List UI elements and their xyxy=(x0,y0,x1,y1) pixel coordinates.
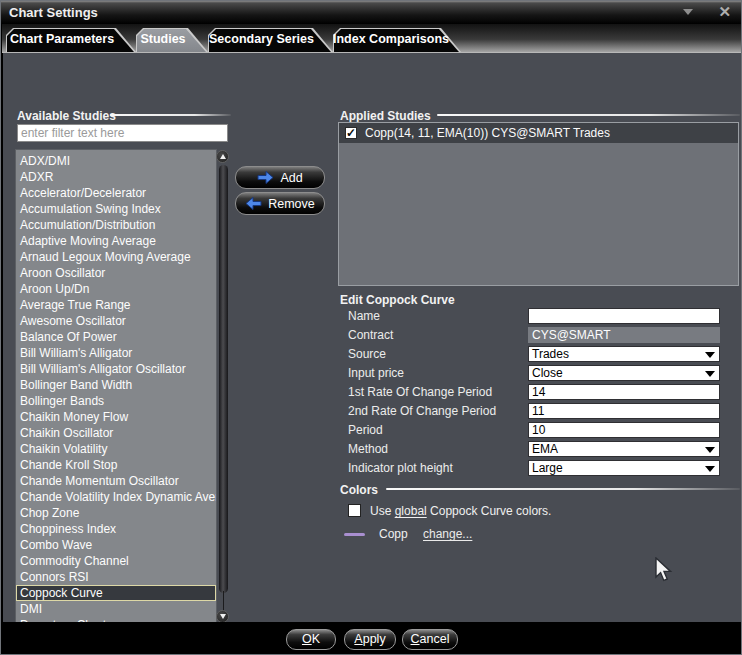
chart-settings-dialog: Chart Settings ✕ Chart ParametersStudies… xyxy=(0,0,742,655)
title-bar[interactable]: Chart Settings ✕ xyxy=(1,1,741,24)
applied-studies-header: Applied Studies xyxy=(340,109,431,123)
vertical-scrollbar-track[interactable] xyxy=(223,591,224,611)
copp-color-swatch xyxy=(344,533,365,536)
applied-studies-list[interactable]: Copp(14, 11, EMA(10)) CYS@SMART Trades xyxy=(338,122,739,286)
tab-label: Index Comparisons xyxy=(333,32,443,46)
up-arrow-icon xyxy=(220,154,226,159)
form-row: Input priceClose xyxy=(340,365,722,384)
list-item[interactable]: Chop Zone xyxy=(16,505,216,521)
list-item[interactable]: Accumulation Swing Index xyxy=(16,201,216,217)
list-item[interactable]: Connors RSI xyxy=(16,569,216,585)
list-item[interactable]: Bill William's Alligator Oscillator xyxy=(16,361,216,377)
tab-secondary-series[interactable]: Secondary Series xyxy=(208,28,333,52)
footer-bar: OKApplyCancel xyxy=(1,622,742,655)
list-item[interactable]: Chande Kroll Stop xyxy=(16,457,216,473)
tab-studies[interactable]: Studies xyxy=(136,28,208,52)
name-field[interactable] xyxy=(528,308,720,324)
list-item[interactable]: Average True Range xyxy=(16,297,216,313)
down-arrow-icon xyxy=(220,614,226,619)
list-item[interactable]: Chaikin Volatility xyxy=(16,441,216,457)
2nd-rate-of-change-period-field[interactable] xyxy=(528,403,720,419)
edit-study-header: Edit Coppock Curve xyxy=(340,293,455,307)
field-label: Name xyxy=(348,309,380,323)
copp-swatch-label: Copp xyxy=(379,527,408,541)
list-item[interactable]: Arnaud Legoux Moving Average xyxy=(16,249,216,265)
field-label: Method xyxy=(348,442,388,456)
window-title: Chart Settings xyxy=(9,5,98,20)
field-label: 1st Rate Of Change Period xyxy=(348,385,492,399)
chevron-down-icon xyxy=(705,352,715,358)
ok-button[interactable]: OK xyxy=(286,629,336,650)
list-item[interactable]: Chaikin Money Flow xyxy=(16,409,216,425)
change-color-link[interactable]: change... xyxy=(423,527,472,541)
apply-button[interactable]: Apply xyxy=(344,629,396,650)
list-item[interactable]: Adaptive Moving Average xyxy=(16,233,216,249)
available-studies-header: Available Studies xyxy=(17,109,116,123)
add-arrow-icon xyxy=(257,171,274,184)
titlebar-dropdown-icon[interactable] xyxy=(683,9,693,15)
form-row: 1st Rate Of Change Period xyxy=(340,384,722,403)
colors-header: Colors xyxy=(340,483,378,497)
list-item[interactable]: Aroon Oscillator xyxy=(16,265,216,281)
global-link[interactable]: global xyxy=(395,504,427,518)
list-item[interactable]: Chaikin Oscillator xyxy=(16,425,216,441)
field-label: Period xyxy=(348,423,383,437)
list-item[interactable]: Awesome Oscillator xyxy=(16,313,216,329)
indicator-plot-height-select[interactable]: Large xyxy=(528,460,720,476)
remove-arrow-icon xyxy=(245,197,262,210)
field-label: Input price xyxy=(348,366,404,380)
input-price-select[interactable]: Close xyxy=(528,365,720,381)
available-studies-divider xyxy=(110,114,231,116)
form-row: Name xyxy=(340,308,722,327)
list-item[interactable]: Commodity Channel xyxy=(16,553,216,569)
chevron-down-icon xyxy=(705,466,715,472)
contract-readonly-field: CYS@SMART xyxy=(528,327,720,343)
list-item[interactable]: DMI xyxy=(16,601,216,617)
applied-studies-divider xyxy=(437,114,740,116)
chevron-down-icon xyxy=(705,371,715,377)
available-studies-list[interactable]: ADX/DMIADXRAccelerator/DeceleratorAccumu… xyxy=(15,149,217,631)
form-row: Period xyxy=(340,422,722,441)
add-button-label: Add xyxy=(280,171,302,185)
tab-index-comparisons[interactable]: Index Comparisons xyxy=(333,28,461,52)
use-global-suffix: Coppock Curve colors. xyxy=(427,504,552,518)
tab-label: Studies xyxy=(136,32,190,46)
list-item[interactable]: ADXR xyxy=(16,169,216,185)
field-label: Indicator plot height xyxy=(348,461,453,475)
applied-study-label: Copp(14, 11, EMA(10)) CYS@SMART Trades xyxy=(365,126,610,140)
use-global-prefix: Use xyxy=(370,504,395,518)
list-item[interactable]: Bollinger Bands xyxy=(16,393,216,409)
filter-input[interactable] xyxy=(17,124,228,142)
list-item[interactable]: Coppock Curve xyxy=(16,585,216,601)
source-select[interactable]: Trades xyxy=(528,346,720,362)
list-item[interactable]: Chande Volatility Index Dynamic Aver xyxy=(16,489,216,505)
list-item[interactable]: Chande Momentum Oscillator xyxy=(16,473,216,489)
list-item[interactable]: Aroon Up/Dn xyxy=(16,281,216,297)
chevron-down-icon xyxy=(705,447,715,453)
studies-tab-panel: Available Studies ADX/DMIADXRAccelerator… xyxy=(3,53,741,622)
field-label: Contract xyxy=(348,328,393,342)
use-global-colors-checkbox[interactable] xyxy=(348,504,361,517)
list-item[interactable]: Balance Of Power xyxy=(16,329,216,345)
applied-study-row[interactable]: Copp(14, 11, EMA(10)) CYS@SMART Trades xyxy=(339,123,738,143)
add-button[interactable]: Add xyxy=(235,166,325,189)
field-label: 2nd Rate Of Change Period xyxy=(348,404,496,418)
applied-study-checkbox[interactable] xyxy=(345,127,357,139)
list-item[interactable]: Accelerator/Decelerator xyxy=(16,185,216,201)
close-icon[interactable]: ✕ xyxy=(718,3,731,21)
tab-chart-parameters[interactable]: Chart Parameters xyxy=(6,28,136,52)
method-select[interactable]: EMA xyxy=(528,441,720,457)
list-item[interactable]: Choppiness Index xyxy=(16,521,216,537)
list-item[interactable]: Accumulation/Distribution xyxy=(16,217,216,233)
1st-rate-of-change-period-field[interactable] xyxy=(528,384,720,400)
list-item[interactable]: Combo Wave xyxy=(16,537,216,553)
list-item[interactable]: Bill William's Alligator xyxy=(16,345,216,361)
list-item[interactable]: ADX/DMI xyxy=(16,153,216,169)
scroll-up-icon[interactable] xyxy=(216,150,229,163)
vertical-scrollbar-thumb[interactable] xyxy=(219,165,228,593)
list-item[interactable]: Bollinger Band Width xyxy=(16,377,216,393)
period-field[interactable] xyxy=(528,422,720,438)
cancel-button[interactable]: Cancel xyxy=(402,629,458,650)
form-row: MethodEMA xyxy=(340,441,722,460)
remove-button[interactable]: Remove xyxy=(235,192,325,215)
